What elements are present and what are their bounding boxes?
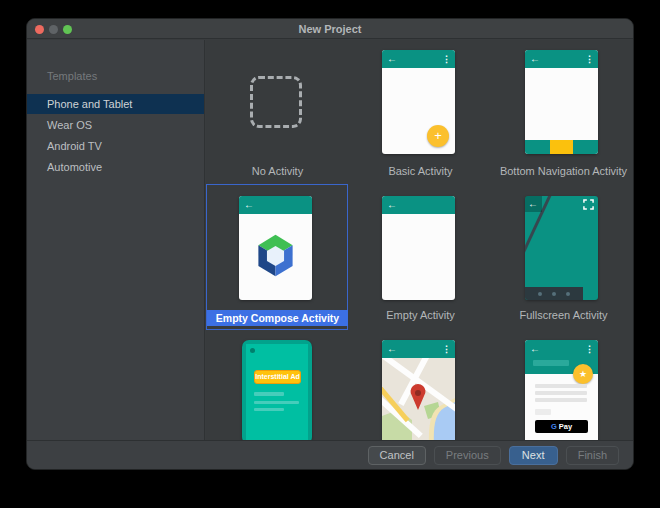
title-bar: New Project (27, 19, 633, 39)
cancel-button[interactable]: Cancel (368, 446, 426, 465)
bottom-nav-bar (525, 140, 598, 154)
back-arrow-icon: ← (244, 198, 254, 212)
template-label: Empty Activity (349, 308, 492, 322)
google-g-icon: G (551, 422, 557, 431)
overflow-menu-icon: ⋮ (585, 342, 594, 356)
overflow-menu-icon: ⋮ (585, 52, 594, 66)
back-arrow-icon: ← (387, 342, 397, 356)
close-button[interactable] (35, 25, 44, 34)
fab-add-icon: + (427, 125, 449, 147)
template-bottom-navigation-activity[interactable]: ← ⋮ Bottom Navigation Activity (492, 40, 633, 186)
sidebar-item-android-tv[interactable]: Android TV (27, 136, 204, 156)
overflow-menu-icon: ⋮ (442, 52, 451, 66)
title-placeholder-bar (533, 360, 569, 366)
sidebar-item-wear-os[interactable]: Wear OS (27, 115, 204, 135)
no-activity-placeholder-icon (250, 76, 302, 128)
templates-sidebar: Templates Phone and Tablet Wear OS Andro… (27, 40, 205, 440)
previous-button[interactable]: Previous (434, 446, 501, 465)
basic-activity-thumbnail: ← ⋮ + (382, 50, 455, 154)
template-label: No Activity (206, 164, 349, 178)
bottom-navigation-thumbnail: ← ⋮ (525, 50, 598, 154)
minimize-button (49, 25, 58, 34)
sidebar-header: Templates (47, 70, 97, 82)
template-no-activity[interactable]: No Activity (206, 40, 349, 186)
interstitial-ad-badge: Interstitial Ad (254, 370, 301, 384)
template-empty-compose-activity[interactable]: ← Empty Compose Activity (206, 184, 349, 330)
gpay-thumbnail: ← ⋮ ★ GPay (525, 340, 598, 440)
template-fullscreen-activity[interactable]: ← Fullscreen Activity (492, 184, 633, 330)
android-nav-bar (525, 287, 583, 300)
template-label: Basic Activity (349, 164, 492, 178)
admob-thumbnail: Interstitial Ad (242, 340, 312, 440)
sidebar-item-automotive[interactable]: Automotive (27, 157, 204, 177)
back-arrow-icon: ← (530, 342, 540, 356)
jetpack-compose-logo (253, 232, 298, 280)
back-arrow-icon: ← (387, 52, 397, 66)
template-google-pay-activity[interactable]: ← ⋮ ★ GPay (492, 330, 633, 440)
fullscreen-thumbnail: ← (525, 196, 598, 300)
gpay-button: GPay (535, 420, 588, 433)
compose-thumbnail: ← (239, 196, 312, 300)
back-arrow-icon: ← (528, 197, 538, 211)
template-admob-ads-activity[interactable]: Interstitial Ad (206, 330, 349, 440)
camera-dot-icon (250, 348, 255, 353)
fullscreen-icon (583, 199, 594, 210)
star-fab-icon: ★ (573, 364, 593, 384)
dialog-footer: Cancel Previous Next Finish (27, 440, 633, 469)
empty-activity-thumbnail: ← (382, 196, 455, 300)
map-thumbnail-graphic (382, 358, 455, 440)
template-label: Bottom Navigation Activity (492, 164, 633, 178)
overflow-menu-icon: ⋮ (442, 342, 451, 356)
selected-template-label: Empty Compose Activity (207, 310, 348, 326)
template-basic-activity[interactable]: ← ⋮ + Basic Activity (349, 40, 492, 186)
back-arrow-icon: ← (387, 198, 397, 212)
template-empty-activity[interactable]: ← Empty Activity (349, 184, 492, 330)
new-project-dialog: New Project Templates Phone and Tablet W… (26, 18, 634, 470)
back-chip: ← (525, 196, 542, 212)
next-button[interactable]: Next (509, 446, 558, 465)
maps-thumbnail: ← ⋮ (382, 340, 455, 440)
window-title: New Project (27, 23, 633, 35)
template-label: Fullscreen Activity (492, 308, 633, 322)
back-arrow-icon: ← (530, 52, 540, 66)
template-grid: No Activity ← ⋮ + Basic Activity ← ⋮ (206, 40, 633, 440)
zoom-button[interactable] (63, 25, 72, 34)
template-google-maps-activity[interactable]: ← ⋮ (349, 330, 492, 440)
sidebar-item-phone-and-tablet[interactable]: Phone and Tablet (27, 94, 204, 114)
finish-button[interactable]: Finish (566, 446, 619, 465)
